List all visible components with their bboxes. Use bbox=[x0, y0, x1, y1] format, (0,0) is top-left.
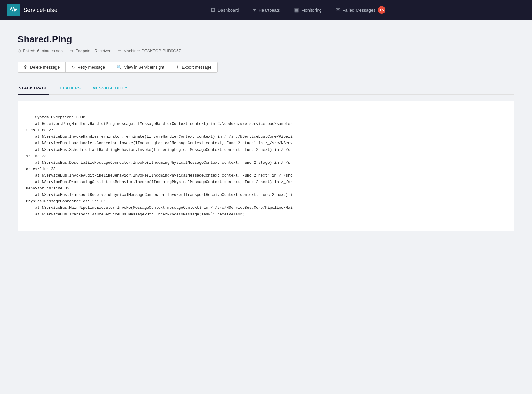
nav-failed-messages[interactable]: ✉ Failed Messages 15 bbox=[329, 0, 392, 20]
tab-stacktrace[interactable]: STACKTRACE bbox=[18, 82, 49, 95]
logo-icon bbox=[7, 4, 20, 16]
stacktrace-text: System.Exception: BOOM at Receiver.PingH… bbox=[26, 115, 293, 216]
meta-info: ⊙ Failed: 6 minutes ago ⇒ Endpoint: Rece… bbox=[18, 48, 514, 53]
brand-name: ServicePulse bbox=[23, 7, 58, 13]
delete-message-button[interactable]: 🗑 Delete message bbox=[18, 62, 66, 73]
failed-time-item: ⊙ Failed: 6 minutes ago bbox=[18, 48, 63, 53]
retry-message-button[interactable]: ↻ Retry message bbox=[65, 62, 111, 73]
failed-time: 6 minutes ago bbox=[37, 49, 63, 53]
export-icon: ⬇ bbox=[176, 65, 180, 70]
failed-messages-badge: 15 bbox=[378, 6, 385, 14]
tab-headers[interactable]: HEADERS bbox=[58, 82, 82, 95]
brand[interactable]: ServicePulse bbox=[7, 4, 58, 16]
view-insight-label: View in ServiceInsight bbox=[124, 65, 164, 70]
nav-failed-messages-label: Failed Messages bbox=[343, 8, 375, 13]
retry-label: Retry message bbox=[77, 65, 105, 70]
machine-icon: ▭ bbox=[117, 48, 121, 53]
endpoint-item: ⇒ Endpoint: Receiver bbox=[70, 48, 110, 53]
action-buttons: 🗑 Delete message ↻ Retry message 🔍 View … bbox=[18, 62, 514, 73]
page-title: Shared.Ping bbox=[18, 34, 514, 45]
endpoint-value: Receiver bbox=[94, 49, 110, 53]
nav-monitoring[interactable]: ▣ Monitoring bbox=[287, 0, 329, 20]
nav-monitoring-label: Monitoring bbox=[301, 8, 322, 13]
failed-label: Failed: bbox=[23, 49, 35, 53]
dashboard-icon: ⊞ bbox=[211, 7, 215, 13]
trash-icon: 🗑 bbox=[24, 65, 28, 70]
heartbeat-icon: ♥ bbox=[253, 7, 256, 13]
search-insight-icon: 🔍 bbox=[117, 65, 122, 70]
nav-dashboard[interactable]: ⊞ Dashboard bbox=[204, 0, 246, 20]
export-message-button[interactable]: ⬇ Export message bbox=[170, 62, 218, 73]
clock-icon: ⊙ bbox=[18, 48, 21, 53]
tab-bar: STACKTRACE HEADERS MESSAGE BODY bbox=[18, 82, 514, 95]
tab-message-body[interactable]: MESSAGE BODY bbox=[91, 82, 128, 95]
nav-heartbeats-label: Heartbeats bbox=[258, 8, 280, 13]
mail-icon: ✉ bbox=[336, 7, 340, 13]
monitoring-icon: ▣ bbox=[294, 7, 299, 13]
navigation: ServicePulse ⊞ Dashboard ♥ Heartbeats ▣ … bbox=[0, 0, 532, 20]
endpoint-label: Endpoint: bbox=[75, 49, 93, 53]
export-label: Export message bbox=[182, 65, 211, 70]
machine-value: DESKTOP-PHB9G57 bbox=[142, 49, 181, 53]
nav-items: ⊞ Dashboard ♥ Heartbeats ▣ Monitoring ✉ … bbox=[72, 0, 525, 20]
view-insight-button[interactable]: 🔍 View in ServiceInsight bbox=[111, 62, 170, 73]
delete-label: Delete message bbox=[30, 65, 60, 70]
machine-item: ▭ Machine: DESKTOP-PHB9G57 bbox=[117, 48, 181, 53]
retry-icon: ↻ bbox=[72, 65, 75, 70]
stacktrace-content: System.Exception: BOOM at Receiver.PingH… bbox=[18, 101, 514, 231]
nav-dashboard-label: Dashboard bbox=[218, 8, 239, 13]
nav-heartbeats[interactable]: ♥ Heartbeats bbox=[246, 0, 287, 20]
endpoint-icon: ⇒ bbox=[70, 48, 74, 53]
machine-label: Machine: bbox=[123, 49, 140, 53]
main-content: Shared.Ping ⊙ Failed: 6 minutes ago ⇒ En… bbox=[0, 20, 532, 246]
